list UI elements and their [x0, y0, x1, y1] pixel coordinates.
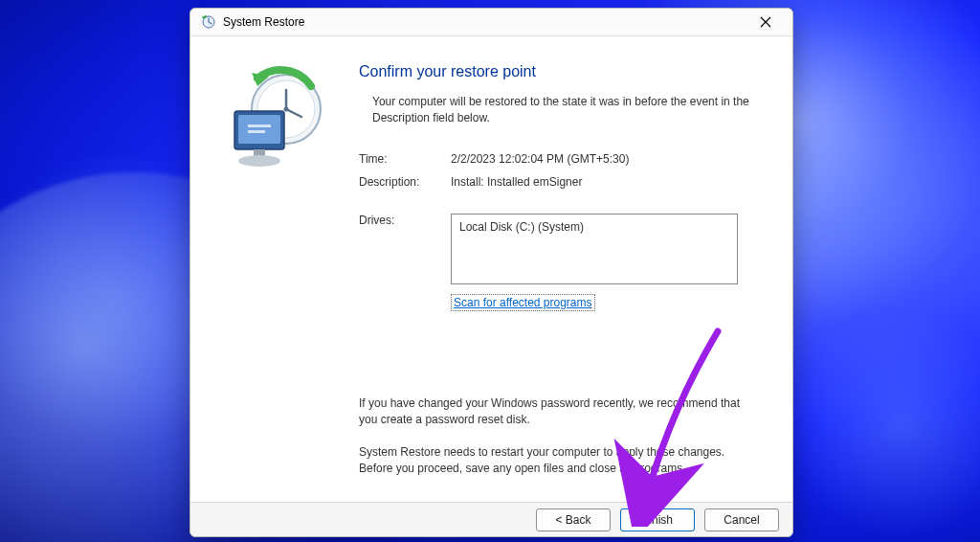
back-button[interactable]: < Back — [536, 508, 611, 531]
drive-item: Local Disk (C:) (System) — [459, 220, 584, 234]
drives-row: Drives: Local Disk (C:) (System) Scan fo… — [359, 214, 758, 311]
description-value: Install: Installed emSigner — [451, 175, 758, 189]
time-value: 2/2/2023 12:02:04 PM (GMT+5:30) — [451, 152, 758, 166]
close-icon — [760, 16, 771, 28]
svg-rect-8 — [248, 124, 271, 127]
description-label: Description: — [359, 175, 451, 189]
system-restore-dialog: System Restore — [189, 8, 793, 537]
intro-text: Your computer will be restored to the st… — [359, 94, 758, 127]
system-restore-graphic-icon — [219, 65, 324, 180]
svg-point-11 — [238, 155, 280, 167]
password-note: If you have changed your Windows passwor… — [359, 395, 758, 429]
finish-button[interactable]: Finish — [620, 508, 695, 531]
wizard-content: Confirm your restore point Your computer… — [353, 36, 792, 502]
cancel-button[interactable]: Cancel — [704, 508, 779, 531]
scan-affected-programs-link[interactable]: Scan for affected programs — [451, 294, 595, 311]
notes-block: If you have changed your Windows passwor… — [359, 395, 758, 478]
close-button[interactable] — [746, 9, 785, 35]
description-row: Description: Install: Installed emSigner — [359, 175, 758, 189]
dialog-footer: < Back Finish Cancel — [190, 502, 792, 536]
system-restore-icon — [200, 14, 215, 30]
time-row: Time: 2/2/2023 12:02:04 PM (GMT+5:30) — [359, 152, 758, 166]
time-label: Time: — [359, 152, 451, 166]
restart-note: System Restore needs to restart your com… — [359, 444, 758, 478]
svg-rect-9 — [248, 130, 265, 133]
drives-label: Drives: — [359, 214, 451, 227]
drives-listbox[interactable]: Local Disk (C:) (System) — [451, 214, 738, 284]
window-title: System Restore — [223, 15, 746, 29]
wizard-graphic-pane — [190, 36, 353, 502]
svg-point-5 — [284, 107, 289, 112]
page-heading: Confirm your restore point — [359, 63, 758, 80]
svg-rect-7 — [238, 115, 280, 144]
titlebar: System Restore — [190, 9, 792, 36]
